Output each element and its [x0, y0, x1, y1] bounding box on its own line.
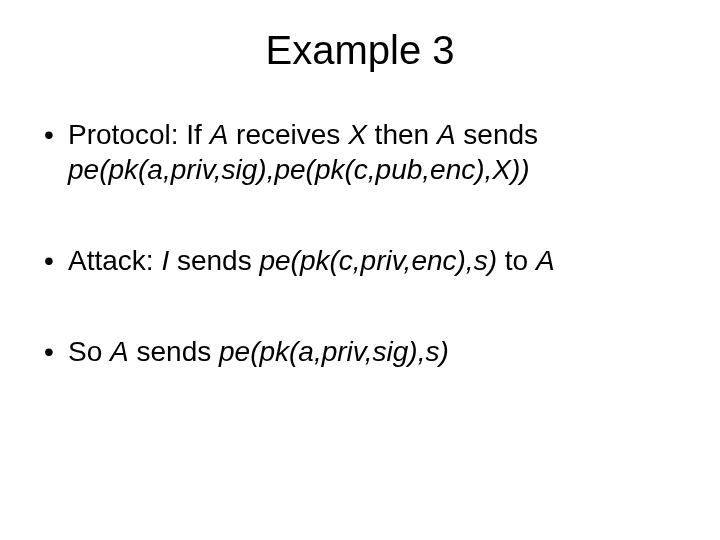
slide-title: Example 3	[40, 28, 680, 73]
var-x: X	[348, 119, 367, 150]
slide: Example 3 Protocol: If A receives X then…	[0, 0, 720, 540]
text: then	[367, 119, 437, 150]
text: sends	[456, 119, 539, 150]
text: So	[68, 336, 110, 367]
text: to	[497, 245, 536, 276]
bullet-item-protocol: Protocol: If A receives X then A sends p…	[40, 117, 680, 187]
bullet-item-result: So A sends pe(pk(a,priv,sig),s)	[40, 334, 680, 369]
var-a: A	[210, 119, 229, 150]
bullet-list: Protocol: If A receives X then A sends p…	[40, 117, 680, 369]
text: Protocol: If	[68, 119, 210, 150]
var-i: I	[161, 245, 169, 276]
bullet-item-attack: Attack: I sends pe(pk(c,priv,enc),s) to …	[40, 243, 680, 278]
text: receives	[228, 119, 348, 150]
expr: pe(pk(c,priv,enc),s)	[259, 245, 497, 276]
text: Attack:	[68, 245, 161, 276]
expr: pe(pk(a,priv,sig),pe(pk(c,pub,enc),X))	[68, 154, 530, 185]
var-a: A	[536, 245, 555, 276]
text: sends	[169, 245, 259, 276]
var-a: A	[110, 336, 129, 367]
expr: pe(pk(a,priv,sig),s)	[219, 336, 449, 367]
var-a: A	[437, 119, 456, 150]
text: sends	[129, 336, 219, 367]
